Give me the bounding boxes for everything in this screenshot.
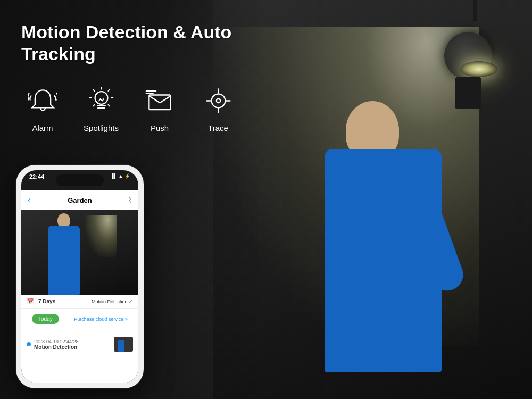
camera-antenna — [473, 0, 477, 21]
content-area: Motion Detection & Auto Tracking — [0, 0, 277, 180]
phone-bottom-panel: 📅 7 Days Motion Detection ✓ Today Purcha… — [21, 295, 138, 383]
svg-point-2 — [211, 94, 225, 107]
alarm-label: Alarm — [32, 123, 53, 132]
push-icon — [143, 84, 177, 118]
phone-outer-frame: 22:44 ▐▌ ▲ ⚡ ‹ Garden ⌇ — [16, 165, 144, 388]
person-figure — [314, 106, 452, 372]
phone-notch — [56, 174, 104, 186]
phone-back-button[interactable]: ‹ — [28, 195, 30, 205]
main-scene: Motion Detection & Auto Tracking — [0, 0, 532, 399]
page-title: Motion Detection & Auto Tracking — [21, 21, 255, 65]
feature-spotlights: Spotlights — [80, 84, 122, 132]
phone-event-dot — [27, 342, 31, 346]
feature-alarm: Alarm — [21, 84, 64, 132]
alarm-icon — [26, 84, 60, 118]
phone-mockup: 22:44 ▐▌ ▲ ⚡ ‹ Garden ⌇ — [16, 165, 144, 388]
phone-status-icons: ▐▌ ▲ ⚡ — [110, 173, 130, 179]
phone-time: 22:44 — [29, 173, 44, 180]
trace-icon — [201, 84, 236, 118]
phone-screen: 22:44 ▐▌ ▲ ⚡ ‹ Garden ⌇ — [21, 170, 138, 383]
feature-push: Push — [138, 84, 181, 132]
camera-body — [444, 32, 492, 80]
spotlights-label: Spotlights — [84, 123, 119, 132]
phone-cloud-service-link[interactable]: Purchase cloud service > — [74, 317, 128, 322]
phone-person-body — [48, 226, 80, 295]
phone-event-time: 2023-04-19 22:44:28 — [34, 339, 111, 344]
push-label: Push — [151, 123, 169, 132]
spotlights-icon — [84, 84, 119, 118]
phone-filter-bar: 📅 7 Days Motion Detection ✓ — [21, 295, 138, 309]
phone-event-thumbnail — [114, 337, 133, 352]
phone-event-label: Motion Detection — [34, 344, 111, 350]
phone-thumb-person — [118, 340, 124, 352]
phone-cam-spotlight — [85, 215, 117, 257]
person-body — [325, 149, 442, 372]
trace-label: Trace — [208, 123, 228, 132]
phone-app-header: ‹ Garden ⌇ — [21, 190, 138, 210]
svg-point-3 — [216, 98, 220, 102]
phone-calendar-icon: 📅 — [27, 298, 34, 305]
feature-trace: Trace — [197, 84, 239, 132]
phone-event-info: 2023-04-19 22:44:28 Motion Detection — [34, 339, 111, 350]
phone-event-row: 2023-04-19 22:44:28 Motion Detection — [21, 332, 138, 356]
phone-today-button[interactable]: Today — [32, 314, 59, 324]
camera-light — [460, 61, 497, 77]
phone-days-filter: 7 Days — [38, 298, 55, 304]
phone-motion-filter: Motion Detection ✓ — [92, 299, 133, 304]
phone-garden-title: Garden — [68, 196, 92, 204]
camera-mount — [455, 77, 481, 109]
features-row: Alarm — [21, 84, 255, 132]
phone-camera-view — [21, 210, 138, 295]
phone-edit-button[interactable]: ⌇ — [128, 196, 132, 204]
svg-point-0 — [95, 92, 107, 104]
